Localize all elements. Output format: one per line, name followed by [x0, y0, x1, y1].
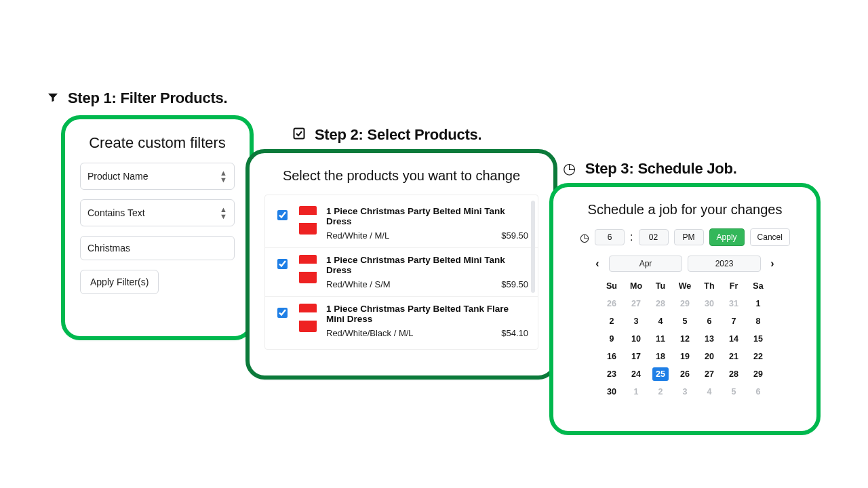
- calendar-day[interactable]: 2: [599, 312, 624, 330]
- calendar-day[interactable]: 19: [673, 348, 697, 365]
- calendar-dow: We: [673, 277, 697, 295]
- calendar-day[interactable]: 26: [599, 295, 624, 312]
- calendar-day[interactable]: 30: [697, 295, 722, 312]
- calendar-day[interactable]: 5: [673, 312, 697, 330]
- chevron-updown-icon: ▲▼: [220, 206, 227, 220]
- calendar-day[interactable]: 1: [624, 383, 648, 401]
- calendar-day[interactable]: 15: [746, 330, 770, 348]
- calendar-day[interactable]: 11: [648, 330, 673, 348]
- calendar-day[interactable]: 22: [746, 348, 770, 365]
- step1-heading: Step 1: Filter Products.: [47, 89, 227, 107]
- time-minute-input[interactable]: 02: [639, 229, 669, 245]
- product-price: $59.50: [501, 230, 528, 241]
- product-price: $59.50: [501, 279, 528, 289]
- product-thumbnail: [299, 206, 317, 235]
- product-row[interactable]: 1 Piece Christmas Party Belted Mini Tank…: [265, 199, 538, 248]
- step1-panel-title: Create custom filters: [80, 134, 235, 152]
- clock-icon: [563, 160, 576, 177]
- calendar-day[interactable]: 1: [746, 295, 770, 312]
- calendar-day[interactable]: 3: [624, 312, 648, 330]
- filter-value-input[interactable]: Christmas: [80, 236, 235, 260]
- filter-field-select[interactable]: Product Name ▲▼: [80, 163, 235, 190]
- calendar-day[interactable]: 2: [648, 383, 673, 401]
- calendar-dow: Su: [599, 277, 624, 295]
- calendar-day[interactable]: 14: [722, 330, 746, 348]
- step2-panel: Select the products you want to change 1…: [245, 149, 557, 380]
- filter-field-value: Product Name: [87, 171, 148, 182]
- calendar-day[interactable]: 13: [697, 330, 722, 348]
- calendar-day[interactable]: 25: [648, 365, 673, 383]
- calendar-day[interactable]: 8: [746, 312, 770, 330]
- schedule-apply-button[interactable]: Apply: [709, 228, 745, 246]
- calendar-day[interactable]: 29: [746, 365, 770, 383]
- calendar-grid: SuMoTuWeThFrSa 2627282930311234567891011…: [599, 277, 770, 401]
- calendar-day[interactable]: 4: [697, 383, 722, 401]
- product-variant: Red/White / M/L: [326, 230, 389, 241]
- schedule-cancel-button[interactable]: Cancel: [750, 228, 790, 246]
- product-variant: Red/White / S/M: [326, 279, 391, 289]
- product-checkbox[interactable]: [277, 210, 288, 220]
- apply-filters-button[interactable]: Apply Filter(s): [80, 270, 159, 294]
- product-checkbox[interactable]: [277, 259, 288, 269]
- product-checkbox[interactable]: [277, 308, 288, 318]
- calendar-day[interactable]: 6: [746, 383, 770, 401]
- calendar-day[interactable]: 10: [624, 330, 648, 348]
- step2-panel-title: Select the products you want to change: [264, 168, 538, 184]
- clock-icon: [580, 231, 589, 244]
- step3-heading: Step 3: Schedule Job.: [563, 160, 737, 178]
- calendar-day[interactable]: 30: [599, 383, 624, 401]
- calendar-day[interactable]: 21: [722, 348, 746, 365]
- filter-operator-value: Contains Text: [87, 207, 145, 218]
- product-thumbnail: [299, 304, 317, 332]
- time-hour-input[interactable]: 6: [595, 229, 625, 245]
- calendar-day[interactable]: 24: [624, 365, 648, 383]
- check-square-icon: [293, 126, 309, 143]
- step1-heading-text: Step 1: Filter Products.: [68, 89, 228, 106]
- product-row[interactable]: 1 Piece Christmas Party Belted Mini Tank…: [265, 248, 538, 297]
- time-ampm-input[interactable]: PM: [674, 229, 704, 245]
- calendar-day[interactable]: 7: [722, 312, 746, 330]
- calendar-dow: Th: [697, 277, 722, 295]
- step3-panel: Schedule a job for your changes 6 : 02 P…: [549, 183, 821, 435]
- product-name: 1 Piece Christmas Party Belted Tank Flar…: [326, 304, 528, 324]
- calendar-day[interactable]: 3: [673, 383, 697, 401]
- chevron-updown-icon: ▲▼: [220, 169, 227, 183]
- product-thumbnail: [299, 255, 317, 283]
- calendar-day[interactable]: 17: [624, 348, 648, 365]
- step2-heading-text: Step 2: Select Products.: [315, 126, 482, 143]
- calendar-year-select[interactable]: 2023: [688, 256, 761, 272]
- product-row[interactable]: 1 Piece Christmas Party Belted Tank Flar…: [265, 297, 538, 345]
- step1-panel: Create custom filters Product Name ▲▼ Co…: [61, 115, 254, 340]
- product-variant: Red/White/Black / M/L: [326, 328, 414, 338]
- calendar-dow: Mo: [624, 277, 648, 295]
- calendar-dow: Fr: [722, 277, 746, 295]
- calendar-day[interactable]: 23: [599, 365, 624, 383]
- calendar-day[interactable]: 18: [648, 348, 673, 365]
- calendar-day[interactable]: 20: [697, 348, 722, 365]
- calendar-day[interactable]: 28: [648, 295, 673, 312]
- calendar-day[interactable]: 16: [599, 348, 624, 365]
- calendar-day[interactable]: 27: [697, 365, 722, 383]
- filter-operator-select[interactable]: Contains Text ▲▼: [80, 199, 235, 226]
- calendar-day[interactable]: 5: [722, 383, 746, 401]
- calendar-day[interactable]: 27: [624, 295, 648, 312]
- calendar-day[interactable]: 9: [599, 330, 624, 348]
- scrollbar[interactable]: [531, 201, 535, 293]
- calendar-dow: Sa: [746, 277, 770, 295]
- product-name: 1 Piece Christmas Party Belted Mini Tank…: [326, 255, 528, 275]
- calendar-next-button[interactable]: ›: [766, 258, 778, 270]
- calendar-day[interactable]: 29: [673, 295, 697, 312]
- calendar-day[interactable]: 6: [697, 312, 722, 330]
- calendar-day[interactable]: 31: [722, 295, 746, 312]
- calendar-day[interactable]: 4: [648, 312, 673, 330]
- calendar-day[interactable]: 26: [673, 365, 697, 383]
- step2-heading: Step 2: Select Products.: [293, 126, 481, 144]
- product-name: 1 Piece Christmas Party Belted Mini Tank…: [326, 206, 528, 226]
- calendar-day[interactable]: 28: [722, 365, 746, 383]
- calendar-month-select[interactable]: Apr: [609, 256, 682, 272]
- product-price: $54.10: [501, 328, 528, 338]
- step3-panel-title: Schedule a job for your changes: [568, 202, 802, 218]
- calendar-day[interactable]: 12: [673, 330, 697, 348]
- calendar-prev-button[interactable]: ‹: [591, 258, 604, 270]
- step3-heading-text: Step 3: Schedule Job.: [585, 160, 737, 177]
